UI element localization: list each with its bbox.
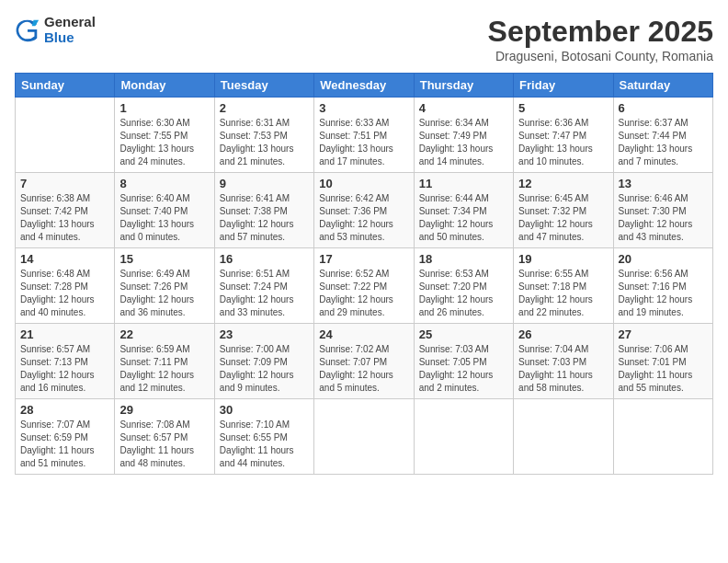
calendar-cell: 8Sunrise: 6:40 AMSunset: 7:40 PMDaylight… <box>115 173 214 248</box>
day-number: 3 <box>319 101 408 115</box>
weekday-header: Sunday <box>16 74 115 98</box>
weekday-header: Wednesday <box>314 74 414 98</box>
calendar-week-row: 1Sunrise: 6:30 AMSunset: 7:55 PMDaylight… <box>16 98 713 173</box>
day-info: Sunrise: 7:03 AMSunset: 7:05 PMDaylight:… <box>419 343 508 395</box>
calendar-cell: 25Sunrise: 7:03 AMSunset: 7:05 PMDayligh… <box>414 324 513 399</box>
day-number: 4 <box>419 101 508 115</box>
day-number: 21 <box>20 327 109 341</box>
calendar-cell <box>514 399 613 475</box>
day-info: Sunrise: 6:46 AMSunset: 7:30 PMDaylight:… <box>619 192 708 244</box>
weekday-header: Monday <box>115 74 214 98</box>
day-number: 7 <box>20 177 109 190</box>
calendar-cell: 22Sunrise: 6:59 AMSunset: 7:11 PMDayligh… <box>115 324 214 399</box>
day-number: 2 <box>220 101 309 115</box>
calendar-cell: 26Sunrise: 7:04 AMSunset: 7:03 PMDayligh… <box>514 324 613 399</box>
day-info: Sunrise: 7:04 AMSunset: 7:03 PMDaylight:… <box>518 343 608 395</box>
logo-general: General <box>44 15 96 30</box>
day-number: 1 <box>119 101 209 115</box>
calendar-cell: 24Sunrise: 7:02 AMSunset: 7:07 PMDayligh… <box>314 324 414 399</box>
calendar-cell <box>16 98 115 173</box>
day-info: Sunrise: 6:55 AMSunset: 7:18 PMDaylight:… <box>518 268 608 319</box>
calendar-cell: 15Sunrise: 6:49 AMSunset: 7:26 PMDayligh… <box>115 248 214 324</box>
day-info: Sunrise: 6:57 AMSunset: 7:13 PMDaylight:… <box>20 343 109 395</box>
day-info: Sunrise: 7:10 AMSunset: 6:55 PMDaylight:… <box>220 419 309 470</box>
calendar-cell: 3Sunrise: 6:33 AMSunset: 7:51 PMDaylight… <box>314 98 414 173</box>
calendar-cell: 30Sunrise: 7:10 AMSunset: 6:55 PMDayligh… <box>214 399 313 475</box>
calendar-week-row: 14Sunrise: 6:48 AMSunset: 7:28 PMDayligh… <box>16 248 713 324</box>
day-number: 18 <box>419 252 508 266</box>
calendar-cell <box>414 399 513 475</box>
calendar-cell: 7Sunrise: 6:38 AMSunset: 7:42 PMDaylight… <box>16 173 115 248</box>
day-info: Sunrise: 6:36 AMSunset: 7:47 PMDaylight:… <box>518 117 608 168</box>
calendar-week-row: 28Sunrise: 7:07 AMSunset: 6:59 PMDayligh… <box>16 399 713 475</box>
weekday-header-row: SundayMondayTuesdayWednesdayThursdayFrid… <box>16 74 713 98</box>
calendar-cell: 12Sunrise: 6:45 AMSunset: 7:32 PMDayligh… <box>514 173 613 248</box>
calendar-week-row: 21Sunrise: 6:57 AMSunset: 7:13 PMDayligh… <box>16 324 713 399</box>
calendar-cell: 1Sunrise: 6:30 AMSunset: 7:55 PMDaylight… <box>115 98 214 173</box>
location-subtitle: Draguseni, Botosani County, Romania <box>488 49 713 63</box>
day-number: 5 <box>518 101 608 115</box>
day-number: 12 <box>518 177 608 190</box>
calendar-cell: 9Sunrise: 6:41 AMSunset: 7:38 PMDaylight… <box>214 173 313 248</box>
day-info: Sunrise: 6:56 AMSunset: 7:16 PMDaylight:… <box>619 268 708 319</box>
day-number: 11 <box>419 177 508 190</box>
day-info: Sunrise: 6:48 AMSunset: 7:28 PMDaylight:… <box>20 268 109 319</box>
day-info: Sunrise: 6:49 AMSunset: 7:26 PMDaylight:… <box>119 268 209 319</box>
calendar-table: SundayMondayTuesdayWednesdayThursdayFrid… <box>15 73 713 475</box>
calendar-cell: 17Sunrise: 6:52 AMSunset: 7:22 PMDayligh… <box>314 248 414 324</box>
day-number: 10 <box>319 177 408 190</box>
day-number: 16 <box>220 252 309 266</box>
weekday-header: Saturday <box>613 74 712 98</box>
calendar-cell: 23Sunrise: 7:00 AMSunset: 7:09 PMDayligh… <box>214 324 313 399</box>
day-number: 22 <box>119 327 209 341</box>
day-info: Sunrise: 6:31 AMSunset: 7:53 PMDaylight:… <box>220 117 309 168</box>
day-number: 26 <box>518 327 608 341</box>
month-title: September 2025 <box>488 15 713 49</box>
calendar-cell: 19Sunrise: 6:55 AMSunset: 7:18 PMDayligh… <box>514 248 613 324</box>
day-number: 25 <box>419 327 508 341</box>
calendar-cell: 29Sunrise: 7:08 AMSunset: 6:57 PMDayligh… <box>115 399 214 475</box>
calendar-cell: 10Sunrise: 6:42 AMSunset: 7:36 PMDayligh… <box>314 173 414 248</box>
day-info: Sunrise: 6:59 AMSunset: 7:11 PMDaylight:… <box>119 343 209 395</box>
day-info: Sunrise: 6:42 AMSunset: 7:36 PMDaylight:… <box>319 192 408 244</box>
day-info: Sunrise: 6:37 AMSunset: 7:44 PMDaylight:… <box>619 117 708 168</box>
day-number: 8 <box>119 177 209 190</box>
calendar-week-row: 7Sunrise: 6:38 AMSunset: 7:42 PMDaylight… <box>16 173 713 248</box>
calendar-cell: 13Sunrise: 6:46 AMSunset: 7:30 PMDayligh… <box>613 173 712 248</box>
day-info: Sunrise: 6:45 AMSunset: 7:32 PMDaylight:… <box>518 192 608 244</box>
day-info: Sunrise: 6:38 AMSunset: 7:42 PMDaylight:… <box>20 192 109 244</box>
day-info: Sunrise: 6:51 AMSunset: 7:24 PMDaylight:… <box>220 268 309 319</box>
logo-text: General Blue <box>44 15 96 45</box>
logo: General Blue <box>15 15 96 45</box>
page-header: General Blue September 2025 Draguseni, B… <box>15 15 713 63</box>
day-info: Sunrise: 7:00 AMSunset: 7:09 PMDaylight:… <box>220 343 309 395</box>
day-number: 17 <box>319 252 408 266</box>
day-info: Sunrise: 6:53 AMSunset: 7:20 PMDaylight:… <box>419 268 508 319</box>
day-info: Sunrise: 6:41 AMSunset: 7:38 PMDaylight:… <box>220 192 309 244</box>
logo-icon <box>15 17 40 43</box>
calendar-cell: 27Sunrise: 7:06 AMSunset: 7:01 PMDayligh… <box>613 324 712 399</box>
day-number: 14 <box>20 252 109 266</box>
day-number: 23 <box>220 327 309 341</box>
day-number: 29 <box>119 403 209 417</box>
day-number: 24 <box>319 327 408 341</box>
day-info: Sunrise: 7:08 AMSunset: 6:57 PMDaylight:… <box>119 419 209 470</box>
calendar-cell: 21Sunrise: 6:57 AMSunset: 7:13 PMDayligh… <box>16 324 115 399</box>
calendar-cell: 28Sunrise: 7:07 AMSunset: 6:59 PMDayligh… <box>16 399 115 475</box>
calendar-cell: 14Sunrise: 6:48 AMSunset: 7:28 PMDayligh… <box>16 248 115 324</box>
day-info: Sunrise: 7:02 AMSunset: 7:07 PMDaylight:… <box>319 343 408 395</box>
day-info: Sunrise: 6:40 AMSunset: 7:40 PMDaylight:… <box>119 192 209 244</box>
logo-blue: Blue <box>44 30 96 46</box>
day-info: Sunrise: 6:30 AMSunset: 7:55 PMDaylight:… <box>119 117 209 168</box>
calendar-cell: 6Sunrise: 6:37 AMSunset: 7:44 PMDaylight… <box>613 98 712 173</box>
calendar-cell: 5Sunrise: 6:36 AMSunset: 7:47 PMDaylight… <box>514 98 613 173</box>
weekday-header: Thursday <box>414 74 513 98</box>
day-info: Sunrise: 7:07 AMSunset: 6:59 PMDaylight:… <box>20 419 109 470</box>
day-info: Sunrise: 6:34 AMSunset: 7:49 PMDaylight:… <box>419 117 508 168</box>
day-number: 13 <box>619 177 708 190</box>
day-number: 19 <box>518 252 608 266</box>
day-info: Sunrise: 6:33 AMSunset: 7:51 PMDaylight:… <box>319 117 408 168</box>
calendar-cell <box>613 399 712 475</box>
day-number: 28 <box>20 403 109 417</box>
calendar-cell: 16Sunrise: 6:51 AMSunset: 7:24 PMDayligh… <box>214 248 313 324</box>
